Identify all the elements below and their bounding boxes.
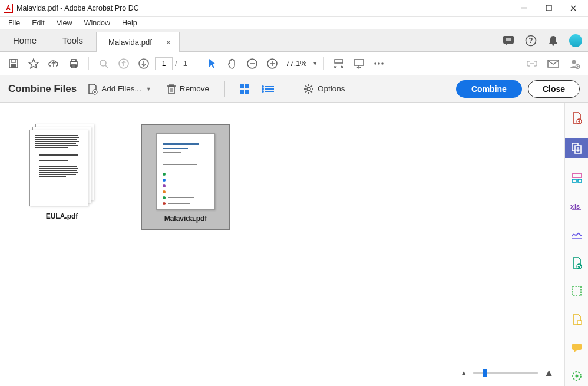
close-window-button[interactable]: [561, 1, 586, 16]
menu-file[interactable]: File: [2, 18, 26, 28]
svg-text:x: x: [570, 203, 574, 210]
menu-window[interactable]: Window: [78, 18, 116, 28]
tab-document[interactable]: Malavida.pdf ×: [96, 32, 180, 52]
rail-sign-icon[interactable]: [569, 226, 585, 243]
file-name-label: EULA.pdf: [46, 212, 78, 220]
svg-line-50: [311, 91, 312, 92]
main-toolbar: / 1 77.1% ▼: [0, 52, 588, 75]
file-item-eula[interactable]: EULA.pdf: [18, 124, 106, 220]
fit-page-icon[interactable]: [350, 55, 368, 72]
combine-title: Combine Files: [8, 83, 77, 95]
rail-comment-icon[interactable]: [569, 339, 585, 356]
add-files-button[interactable]: Add Files... ▼: [82, 81, 156, 97]
svg-line-49: [305, 85, 306, 87]
rail-optimize-icon[interactable]: [569, 368, 585, 384]
file-item-malavida[interactable]: Malavida.pdf: [141, 124, 230, 230]
zoom-large-icon[interactable]: ▲: [544, 367, 554, 379]
title-bar: A Malavida.pdf - Adobe Acrobat Pro DC: [0, 0, 588, 17]
svg-point-16: [100, 60, 106, 66]
remove-label: Remove: [180, 84, 209, 93]
rail-create-pdf-icon[interactable]: [569, 110, 585, 126]
rail-protect-icon[interactable]: [569, 311, 585, 328]
print-icon[interactable]: [65, 55, 82, 72]
options-button[interactable]: Options: [299, 81, 350, 97]
tab-close-icon[interactable]: ×: [166, 38, 171, 47]
thumbnail-view-button[interactable]: [238, 83, 251, 95]
zoom-slider-track[interactable]: [473, 372, 538, 374]
fit-width-icon[interactable]: [330, 55, 348, 72]
tool-rail: xls: [564, 103, 588, 386]
svg-rect-59: [572, 179, 576, 182]
rail-edit-pdf-icon[interactable]: [569, 170, 585, 186]
page-current-input[interactable]: [155, 57, 173, 70]
svg-line-51: [311, 85, 312, 87]
find-icon[interactable]: [95, 55, 113, 72]
svg-rect-1: [546, 5, 551, 11]
save-icon[interactable]: [5, 55, 22, 72]
email-icon[interactable]: [544, 55, 562, 72]
page-total: 1: [180, 59, 191, 68]
svg-line-52: [305, 91, 306, 92]
share-user-icon[interactable]: [566, 55, 583, 72]
svg-point-29: [381, 62, 384, 65]
tab-document-label: Malavida.pdf: [108, 38, 152, 47]
remove-button[interactable]: Remove: [162, 81, 214, 97]
svg-line-17: [105, 65, 108, 68]
svg-point-27: [374, 62, 376, 65]
add-files-label: Add Files...: [101, 84, 141, 93]
svg-point-28: [378, 62, 380, 65]
trash-icon: [167, 84, 176, 94]
combine-button[interactable]: Combine: [456, 80, 522, 98]
menu-edit[interactable]: Edit: [26, 18, 51, 28]
file-canvas[interactable]: EULA.pdf: [0, 103, 564, 386]
rail-organize-icon[interactable]: [569, 283, 585, 299]
tab-right-icons: ?: [502, 29, 588, 51]
zoom-in-icon[interactable]: [263, 55, 281, 72]
star-icon[interactable]: [25, 55, 42, 72]
hand-tool-icon[interactable]: [223, 55, 241, 72]
svg-rect-25: [335, 60, 343, 63]
menu-view[interactable]: View: [51, 18, 78, 28]
menu-bar: File Edit View Window Help: [0, 17, 588, 29]
tab-home[interactable]: Home: [0, 29, 49, 51]
help-icon[interactable]: ?: [524, 34, 537, 47]
svg-rect-26: [354, 60, 364, 65]
select-tool-icon[interactable]: [203, 55, 221, 72]
svg-text:ls: ls: [574, 203, 580, 210]
add-file-icon: [87, 83, 98, 95]
options-label: Options: [318, 84, 345, 93]
thumbnail-zoom-slider: ▲ ▲: [460, 367, 554, 379]
grid-icon: [240, 84, 249, 94]
content-area: EULA.pdf: [0, 103, 588, 386]
comments-icon[interactable]: [502, 34, 515, 47]
next-page-icon[interactable]: [135, 55, 153, 72]
rail-combine-icon[interactable]: [565, 138, 589, 158]
list-icon: [265, 86, 274, 92]
zoom-caret-icon[interactable]: ▼: [312, 61, 318, 67]
zoom-small-icon[interactable]: ▲: [460, 369, 467, 377]
file-thumbnail: [156, 133, 215, 210]
tab-tools[interactable]: Tools: [49, 29, 96, 51]
rail-send-icon[interactable]: [569, 255, 585, 271]
svg-text:?: ?: [528, 37, 533, 45]
bell-icon[interactable]: [547, 34, 560, 47]
cloud-upload-icon[interactable]: [45, 55, 62, 72]
svg-point-9: [552, 44, 554, 45]
svg-rect-30: [548, 60, 559, 67]
window-title: Malavida.pdf - Adobe Acrobat Pro DC: [16, 4, 511, 12]
minimize-button[interactable]: [511, 1, 536, 16]
maximize-button[interactable]: [536, 1, 561, 16]
close-panel-button[interactable]: Close: [528, 80, 580, 98]
zoom-slider-handle[interactable]: [483, 369, 487, 377]
profile-avatar[interactable]: [569, 34, 582, 47]
list-view-button[interactable]: [262, 83, 275, 95]
prev-page-icon[interactable]: [115, 55, 133, 72]
more-tools-icon[interactable]: [370, 55, 388, 72]
rail-export-icon[interactable]: xls: [569, 198, 585, 215]
zoom-level[interactable]: 77.1%: [283, 60, 309, 68]
link-icon[interactable]: [523, 55, 541, 72]
svg-rect-40: [170, 84, 173, 86]
svg-point-44: [307, 87, 310, 91]
zoom-out-icon[interactable]: [243, 55, 261, 72]
menu-help[interactable]: Help: [116, 18, 143, 28]
